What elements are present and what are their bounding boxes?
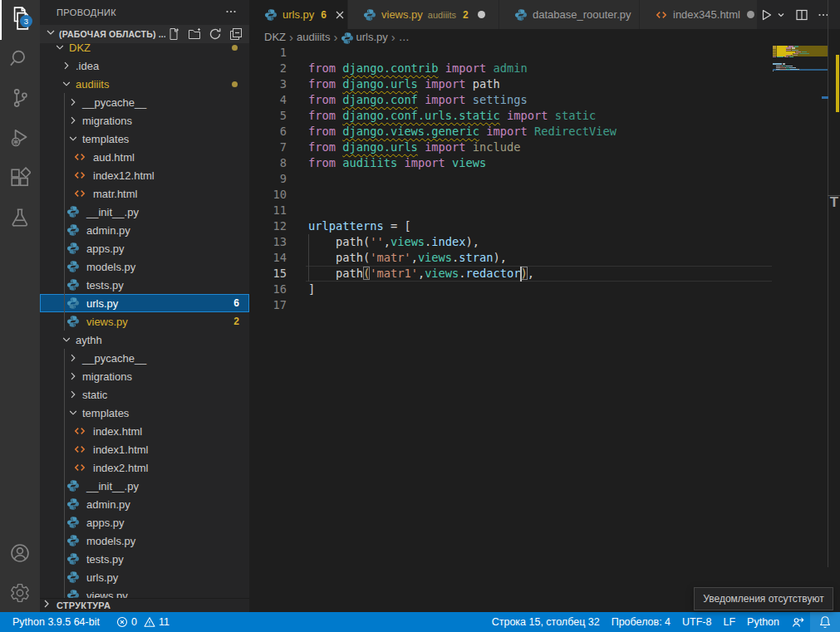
code-text: urlpatterns = [ [308,218,411,234]
tree-folder-.idea[interactable]: .idea [40,56,249,75]
tree-folder-aythh[interactable]: aythh [40,331,249,349]
tree-folder-migrations[interactable]: migrations [40,111,249,130]
breadcrumb-label: urls.py [356,31,387,43]
code-line-8: 8from audiiits import views [249,155,840,171]
tree-folder-templates[interactable]: templates [40,404,249,422]
tree-file-admin.py[interactable]: admin.py [40,221,249,239]
tree-folder-audiiits[interactable]: audiiits [40,75,249,93]
tree-file-index2.html[interactable]: index2.html [40,458,249,477]
tree-file-__init__.py[interactable]: __init__.py [40,203,249,221]
tree-item-label: admin.py [86,224,130,237]
tree-file-urls.py[interactable]: urls.py [40,568,249,586]
tree-file-matr.html[interactable]: matr.html [40,184,249,203]
tree-folder-__pycache__[interactable]: __pycache__ [40,349,249,367]
refresh-explorer-button[interactable] [209,27,222,41]
status-language-mode[interactable]: Python [741,612,785,632]
tree-file-models.py[interactable]: models.py [40,257,249,276]
code-text: from django.contrib import admin [308,61,528,76]
html-file-icon [73,424,86,438]
outline-label: СТРУКТУРА [56,600,111,610]
new-folder-button[interactable] [188,27,201,41]
line-number: 14 [249,250,287,266]
code-line-3: 3from django.urls import path [249,76,840,92]
tree-folder-__pycache__[interactable]: __pycache__ [40,93,249,111]
overview-ruler-border [828,0,828,567]
tree-item-label: admin.py [86,498,130,511]
tree-file-urls.py[interactable]: urls.py6 [40,294,249,312]
outline-section-header[interactable]: СТРУКТУРА [40,598,249,612]
tree-file-__init__.py[interactable]: __init__.py [40,477,249,495]
tree-item-label: urls.py [86,297,118,310]
line-number: 7 [249,140,287,155]
breadcrumb-item-DKZ[interactable]: DKZ [264,31,286,43]
tree-item-label: index1.html [93,443,148,456]
status-indentation[interactable]: Пробелов: 4 [606,612,676,632]
explorer-more-actions-icon[interactable] [224,5,238,22]
tree-file-models.py[interactable]: models.py [40,532,249,550]
tree-file-index.html[interactable]: index.html [40,422,249,440]
status-text: Пробелов: 4 [612,616,671,628]
tree-indent-guide [64,349,65,598]
python-file-icon [66,223,80,237]
line-number: 8 [249,155,287,171]
tree-file-index1.html[interactable]: index1.html [40,440,249,458]
tree-file-admin.py[interactable]: admin.py [40,495,249,513]
tree-item-label: static [82,389,107,401]
python-file-icon [66,552,80,566]
code-editor[interactable]: 12from django.contrib import admin3from … [249,45,840,612]
workspace-section-header[interactable]: (РАБОЧАЯ ОБЛАСТЬ) ... [40,25,249,43]
activity-bar-item-extensions[interactable] [0,159,40,199]
tree-file-aud.html[interactable]: aud.html [40,148,249,166]
account-icon [9,542,31,567]
code-text: from django.conf import settings [308,92,528,108]
activity-bar-item-run-and-debug[interactable] [0,120,40,159]
tree-item-label: tests.py [86,553,124,566]
breadcrumb-item-audiiits[interactable]: audiiits [297,31,330,43]
tree-file-apps.py[interactable]: apps.py [40,513,249,532]
html-file-icon [73,443,86,456]
code-line-17: 17 [249,297,840,313]
chevron-right-icon: › [391,30,395,44]
tree-item-label: migrations [82,370,132,383]
tree-folder-templates[interactable]: templates [40,130,249,148]
collapse-folders-button[interactable] [229,27,243,41]
status-cursor-position[interactable]: Строка 15, столбец 32 [486,612,606,632]
tree-item-label: aud.html [93,151,135,164]
status-eol[interactable]: LF [717,612,741,632]
tree-file-views.py[interactable]: views.py2 [40,312,249,331]
status-python-interpreter[interactable]: Python 3.9.5 64-bit [7,612,106,632]
tree-file-tests.py[interactable]: tests.py [40,276,249,294]
activity-bar-item-accounts[interactable] [0,535,40,575]
tree-indent-guide [64,93,65,331]
status-encoding[interactable]: UTF-8 [676,612,717,632]
tree-item-label: models.py [86,535,135,547]
activity-bar-item-explorer[interactable]: 3 [0,0,40,40]
tree-file-index12.html[interactable]: index12.html [40,166,249,184]
line-number: 17 [249,297,287,313]
breadcrumb-item-urls.py[interactable]: urls.py [341,31,387,43]
python-file-icon [66,315,80,328]
tree-folder-migrations[interactable]: migrations [40,367,249,385]
status-problems[interactable]: 011 [111,612,175,632]
tree-file-views.py[interactable]: views.py [40,586,249,598]
file-tree: DKZ.ideaaudiiits__pycache__migrationstem… [40,25,249,598]
minimap[interactable] [772,0,828,567]
line-number: 1 [249,45,287,61]
tree-item-label: tests.py [86,279,124,292]
activity-bar-item-search[interactable] [0,40,40,80]
collapse-all-icon [229,29,243,43]
activity-bar-item-source-control[interactable] [0,80,40,120]
tree-file-apps.py[interactable]: apps.py [40,239,249,257]
breadcrumb-item-…[interactable]: … [399,31,410,43]
new-file-button[interactable] [167,27,180,41]
status-feedback[interactable] [785,612,810,632]
activity-bar-item-settings[interactable] [0,575,40,615]
status-notifications[interactable] [810,612,840,632]
tree-folder-static[interactable]: static [40,385,249,404]
tree-file-tests.py[interactable]: tests.py [40,550,249,568]
chevron-down-icon [60,77,73,91]
tree-item-label: index2.html [93,462,148,474]
code-line-13: 13 path('',views.index), [249,234,840,250]
activity-bar-item-testing[interactable] [0,199,40,239]
breadcrumb-label: DKZ [264,31,286,43]
